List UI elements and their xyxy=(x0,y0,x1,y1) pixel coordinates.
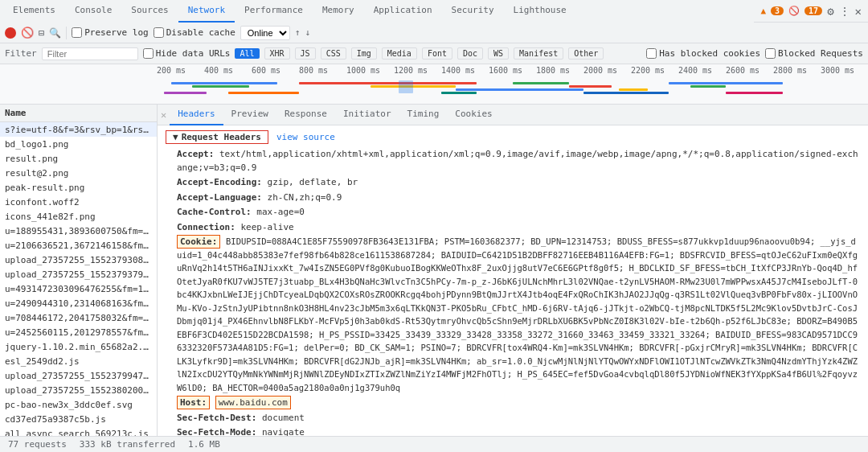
timeline-label-600: 600 ms xyxy=(252,66,299,75)
throttle-select[interactable]: Online xyxy=(240,26,290,40)
blocked-requests-input[interactable] xyxy=(765,48,776,59)
filter-tag-xhr[interactable]: XHR xyxy=(264,47,290,60)
preserve-log-input[interactable] xyxy=(72,27,82,38)
upload-icon[interactable]: ↑ xyxy=(295,27,301,38)
settings-icon[interactable]: ⚙ xyxy=(827,5,833,18)
file-item-17[interactable]: upload_27357255_1552379947652.jpg xyxy=(0,368,157,383)
file-item-0[interactable]: s?ie=utf-8&f=3&rsv_bp=1&rsv_idx=1&... xyxy=(0,122,157,137)
file-item-18[interactable]: upload_27357255_1552380200456.png xyxy=(0,383,157,397)
filter-tag-js[interactable]: JS xyxy=(295,47,316,60)
file-item-name-9: upload_27357255_1552379308376.jpg xyxy=(5,255,152,265)
warning-icon: ▲ xyxy=(760,6,766,16)
tab-timing[interactable]: Timing xyxy=(399,105,448,125)
file-item-4[interactable]: peak-result.png xyxy=(0,180,157,195)
file-item-7[interactable]: u=188955431,3893600750&fm=195&... xyxy=(0,224,157,238)
blocked-requests-checkbox[interactable]: Blocked Requests xyxy=(765,48,863,59)
has-blocked-cookies-checkbox[interactable]: Has blocked cookies xyxy=(646,48,760,59)
tab-performance[interactable]: Performance xyxy=(235,0,313,23)
detail-panel: ✕ Headers Preview Response Initiator Tim… xyxy=(158,105,868,452)
header-accept-language: Accept-Language: zh-CN,zh;q=0.9 xyxy=(166,191,860,206)
search-icon[interactable]: 🔍 xyxy=(49,27,61,39)
file-item-14[interactable]: u=2452560115,2012978557&fm=218&... xyxy=(0,325,157,339)
timeline-label-200: 200 ms xyxy=(157,66,204,75)
header-value-sec-fetch-dest: document xyxy=(262,413,305,423)
header-value-cookie: BIDUPSID=088A4C1E85F75590978FB3643E131FB… xyxy=(177,236,858,392)
filter-tag-font[interactable]: Font xyxy=(422,47,452,60)
header-host: Host: www.baidu.com xyxy=(166,396,860,411)
tab-elements[interactable]: Elements xyxy=(3,0,65,23)
tab-security[interactable]: Security xyxy=(442,0,504,23)
has-blocked-cookies-input[interactable] xyxy=(646,48,657,59)
cookie-label-highlight: Cookie: xyxy=(177,235,220,249)
file-item-12[interactable]: u=2490944310,2314068163&fm=218&... xyxy=(0,296,157,310)
filter-tag-media[interactable]: Media xyxy=(382,47,417,60)
tab-response[interactable]: Response xyxy=(276,105,335,125)
file-item-name-17: upload_27357255_1552379947652.jpg xyxy=(5,371,152,381)
sub-tab-close[interactable]: ✕ xyxy=(161,109,166,121)
header-name-accept-encoding: Accept-Encoding: xyxy=(177,177,268,187)
tab-memory[interactable]: Memory xyxy=(313,0,364,23)
file-item-16[interactable]: esl_2549dd2.js xyxy=(0,354,157,368)
file-item-10[interactable]: upload_27357255_1552379379681.jpg xyxy=(0,267,157,281)
timeline-label-400: 400 ms xyxy=(204,66,252,75)
file-item-20[interactable]: cd37ed75a9387c5b.js xyxy=(0,412,157,426)
tab-lighthouse[interactable]: Lighthouse xyxy=(504,0,576,23)
file-item-9[interactable]: upload_27357255_1552379308376.jpg xyxy=(0,253,157,267)
filter-input[interactable] xyxy=(42,47,138,60)
close-icon[interactable]: ✕ xyxy=(855,5,862,18)
file-item-name-16: esl_2549dd2.js xyxy=(5,356,80,367)
tab-initiator[interactable]: Initiator xyxy=(335,105,399,125)
filter-tag-other[interactable]: Other xyxy=(568,47,604,60)
file-item-13[interactable]: u=708446172,2041758032&fm=218&... xyxy=(0,310,157,325)
filter-tag-all[interactable]: All xyxy=(235,48,259,59)
file-item-name-7: u=188955431,3893600750&fm=195&... xyxy=(5,226,152,236)
tab-network[interactable]: Network xyxy=(178,0,235,23)
download-icon[interactable]: ↓ xyxy=(305,27,310,38)
view-source-link[interactable]: view source xyxy=(276,132,335,142)
file-item-6[interactable]: icons_441e82f.png xyxy=(0,209,157,224)
status-bar: 77 requests 333 kB transferred 1.6 MB xyxy=(0,436,868,452)
request-headers-title[interactable]: ▼ Request Headers xyxy=(166,130,268,144)
disable-cache-input[interactable] xyxy=(154,27,164,38)
timeline-label-2600: 2600 ms xyxy=(726,66,773,75)
request-headers-label: Request Headers xyxy=(182,132,261,142)
file-item-15[interactable]: jquery-1.10.2.min_65682a2.js xyxy=(0,339,157,354)
record-icon[interactable] xyxy=(5,27,16,39)
tab-console[interactable]: Console xyxy=(65,0,121,23)
file-item-8[interactable]: u=2106636521,3672146158&fm=202&... xyxy=(0,238,157,253)
file-item-name-2: result.png xyxy=(5,154,58,164)
filter-tag-manifest[interactable]: Manifest xyxy=(514,47,563,60)
timeline-label-2000: 2000 ms xyxy=(583,66,631,75)
clear-icon[interactable]: 🚫 xyxy=(21,27,34,39)
preserve-log-label: Preserve log xyxy=(84,27,148,38)
file-item-2[interactable]: result.png xyxy=(0,151,157,166)
file-item-1[interactable]: bd_logo1.png xyxy=(0,137,157,151)
filter-tag-doc[interactable]: Doc xyxy=(457,47,483,60)
more-icon[interactable]: ⋮ xyxy=(839,5,850,18)
disable-cache-checkbox[interactable]: Disable cache xyxy=(154,27,235,38)
preserve-log-checkbox[interactable]: Preserve log xyxy=(72,27,148,38)
timeline-requests xyxy=(157,79,868,103)
filter-icon[interactable]: ⊟ xyxy=(39,27,44,39)
filter-tag-css[interactable]: CSS xyxy=(321,47,346,60)
tab-sources[interactable]: Sources xyxy=(121,0,178,23)
host-label-highlight: Host: xyxy=(177,396,210,409)
timeline-label-2400: 2400 ms xyxy=(678,66,726,75)
header-accept: Accept: text/html,application/xhtml+xml,… xyxy=(166,147,860,175)
file-item-5[interactable]: iconfont.woff2 xyxy=(0,195,157,209)
tab-cookies[interactable]: Cookies xyxy=(447,105,500,125)
tab-preview[interactable]: Preview xyxy=(223,105,276,125)
filter-tag-ws[interactable]: WS xyxy=(488,47,509,60)
file-item-3[interactable]: result@2.png xyxy=(0,166,157,180)
hide-data-urls-checkbox[interactable]: Hide data URLs xyxy=(143,48,231,59)
header-cache-control: Cache-Control: max-age=0 xyxy=(166,205,860,220)
file-item-11[interactable]: u=4931472303096476255&fm=195&... xyxy=(0,281,157,296)
header-value-accept-language: zh-CN,zh;q=0.9 xyxy=(268,192,342,203)
tab-headers[interactable]: Headers xyxy=(170,105,223,125)
file-item-19[interactable]: pc-bao-new3x_3ddc0ef.svg xyxy=(0,397,157,412)
file-item-name-4: peak-result.png xyxy=(5,183,84,193)
hide-data-urls-input[interactable] xyxy=(143,48,154,59)
header-cookie: Cookie: BIDUPSID=088A4C1E85F75590978FB36… xyxy=(166,235,860,396)
tab-application[interactable]: Application xyxy=(364,0,442,23)
filter-tag-img[interactable]: Img xyxy=(351,47,377,60)
